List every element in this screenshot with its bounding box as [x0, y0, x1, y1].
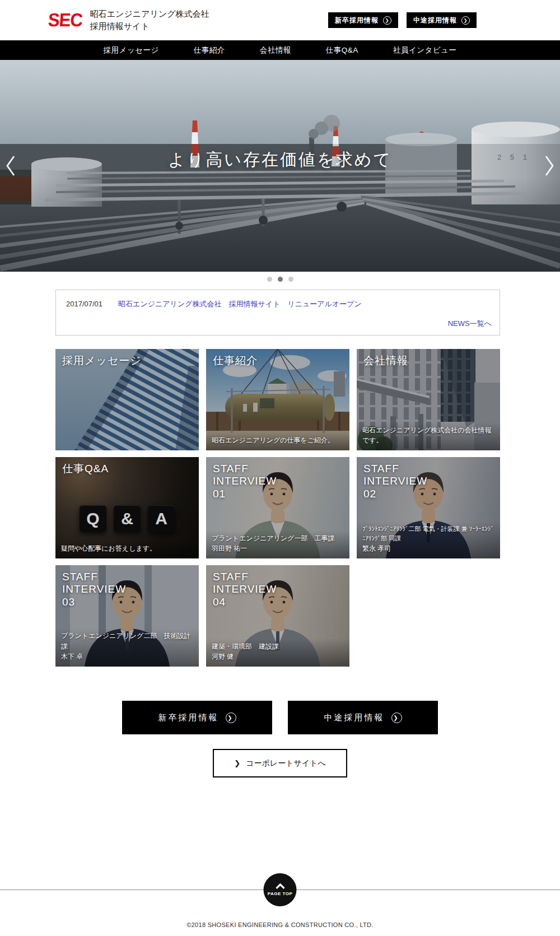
staff-name: 羽田野 祐一 — [212, 543, 344, 554]
pagetop-band: PAGE TOP — [0, 873, 560, 906]
staff-title-line2: INTERVIEW — [62, 583, 126, 595]
site-title: 昭石エンジニアリング株式会社 採用情報サイト — [90, 8, 209, 32]
header-cta-group: 新卒採用情報 ❯ 中途採用情報 ❯ — [328, 12, 477, 28]
card-staff-interview-02[interactable]: STAFF INTERVIEW 02 ﾌﾟﾗﾝﾄｴﾝｼﾞﾆｱﾘﾝｸﾞ二部 電気・… — [357, 457, 500, 558]
card-job-intro[interactable]: 仕事紹介 昭石エンジニアリングの仕事をご紹介。 — [206, 349, 349, 450]
card-caption: 昭石エンジニアリングの仕事をご紹介。 — [206, 432, 349, 450]
card-title: 仕事Q&A — [62, 463, 109, 475]
staff-title-line2: INTERVIEW — [213, 583, 277, 595]
carousel-prev-arrow-icon[interactable] — [3, 152, 18, 179]
staff-title-line1: STAFF — [213, 463, 277, 475]
nav-item-job-qa[interactable]: 仕事Q&A — [326, 45, 358, 55]
carousel-dot-2-active[interactable] — [278, 277, 283, 282]
news-row: 2017/07/01 昭石エンジニアリング株式会社 採用情報サイト リニューアル… — [66, 299, 489, 309]
corporate-site-label: コーポレートサイトへ — [246, 758, 326, 769]
news-box: 2017/07/01 昭石エンジニアリング株式会社 採用情報サイト リニューアル… — [55, 290, 500, 336]
card-staff-interview-04[interactable]: STAFF INTERVIEW 04 建築・環境部 建設課 河野 健 — [206, 565, 349, 667]
site-header: SEC 昭石エンジニアリング株式会社 採用情報サイト 新卒採用情報 ❯ 中途採用… — [0, 0, 560, 40]
page-top-label: PAGE TOP — [268, 891, 293, 896]
carousel-dots — [0, 277, 560, 282]
card-caption-text: 昭石エンジニアリング株式会社の会社情報です。 — [362, 425, 494, 446]
chevron-up-icon — [275, 883, 285, 889]
circle-arrow-icon: ❯ — [391, 713, 402, 723]
card-title: STAFF INTERVIEW 02 — [363, 463, 427, 500]
card-title: 仕事紹介 — [213, 355, 258, 367]
card-title: STAFF INTERVIEW 03 — [62, 571, 126, 608]
news-date: 2017/07/01 — [66, 300, 102, 308]
content-card-grid: 採用メッセージ — [55, 349, 500, 667]
nav-item-staff-interview[interactable]: 社員インタビュー — [393, 45, 457, 55]
card-title: STAFF INTERVIEW 04 — [213, 571, 277, 608]
staff-name: 繁永 孝司 — [362, 543, 494, 554]
mid-career-recruit-big-button[interactable]: 中途採用情報 ❯ — [288, 701, 438, 734]
staff-department: プラントエンジニアリング二部 技術設計課 — [61, 631, 193, 651]
bottom-cta-row: 新卒採用情報 ❯ 中途採用情報 ❯ — [0, 701, 560, 734]
mid-career-recruit-button[interactable]: 中途採用情報 ❯ — [407, 12, 477, 28]
hero-slogan: より高い存在価値を求めて — [0, 148, 560, 171]
main-nav: 採用メッセージ 仕事紹介 会社情報 仕事Q&A 社員インタビュー — [0, 40, 560, 60]
card-staff-interview-03[interactable]: STAFF INTERVIEW 03 プラントエンジニアリング二部 技術設計課 … — [55, 565, 199, 667]
staff-name: 木下 卓 — [61, 651, 193, 662]
mid-career-recruit-label: 中途採用情報 — [324, 713, 385, 723]
corporate-site-button[interactable]: ❯ コーポレートサイトへ — [213, 749, 347, 777]
staff-title-line2: INTERVIEW — [213, 475, 277, 487]
card-caption-text: 疑問や心配事にお答えします。 — [61, 543, 193, 554]
card-caption: 疑問や心配事にお答えします。 — [55, 541, 199, 558]
nav-item-job-intro[interactable]: 仕事紹介 — [194, 45, 225, 55]
card-caption: 建築・環境部 建設課 河野 健 — [206, 639, 349, 667]
carousel-dot-1[interactable] — [267, 277, 272, 282]
new-grad-recruit-label: 新卒採用情報 — [158, 713, 219, 723]
card-caption: プラントエンジニアリング一部 工事課 羽田野 祐一 — [206, 530, 349, 558]
page-top-button[interactable]: PAGE TOP — [264, 873, 297, 906]
staff-title-line2: INTERVIEW — [363, 475, 427, 487]
corporate-link-row: ❯ コーポレートサイトへ — [0, 749, 560, 777]
card-title: 会社情報 — [363, 355, 408, 367]
staff-title-line3: 03 — [62, 596, 126, 608]
nav-item-recruit-message[interactable]: 採用メッセージ — [104, 45, 159, 55]
nav-item-company-info[interactable]: 会社情報 — [260, 45, 291, 55]
staff-title-line3: 01 — [213, 488, 277, 500]
new-grad-recruit-label: 新卒採用情報 — [335, 16, 379, 25]
card-recruit-message[interactable]: 採用メッセージ — [55, 349, 199, 450]
card-caption: ﾌﾟﾗﾝﾄｴﾝｼﾞﾆｱﾘﾝｸﾞ二部 電気・計装課 兼 ｿｰﾗｰｴﾝｼﾞﾆｱﾘﾝｸ… — [357, 521, 500, 558]
site-title-line2: 採用情報サイト — [90, 20, 209, 32]
news-headline-link[interactable]: 昭石エンジニアリング株式会社 採用情報サイト リニューアルオープン — [118, 299, 362, 309]
staff-title-line1: STAFF — [213, 571, 277, 583]
card-job-qa[interactable]: Q & A 仕事Q&A 疑問や心配事にお答えします。 — [55, 457, 199, 558]
staff-title-line3: 02 — [363, 488, 427, 500]
carousel-next-arrow-icon[interactable] — [542, 152, 557, 179]
staff-department: プラントエンジニアリング一部 工事課 — [212, 533, 344, 544]
site-title-line1: 昭石エンジニアリング株式会社 — [90, 8, 209, 20]
card-caption: プラントエンジニアリング二部 技術設計課 木下 卓 — [55, 628, 199, 667]
news-list-link[interactable]: NEWS一覧へ — [448, 319, 492, 329]
card-caption-text: 昭石エンジニアリングの仕事をご紹介。 — [212, 435, 344, 446]
circle-arrow-icon: ❯ — [226, 713, 236, 723]
staff-department: ﾌﾟﾗﾝﾄｴﾝｼﾞﾆｱﾘﾝｸﾞ二部 電気・計装課 兼 ｿｰﾗｰｴﾝｼﾞﾆｱﾘﾝｸ… — [362, 524, 494, 543]
card-caption: 昭石エンジニアリング株式会社の会社情報です。 — [357, 422, 500, 450]
card-title: STAFF INTERVIEW 01 — [213, 463, 277, 500]
staff-name: 河野 健 — [212, 651, 344, 662]
staff-title-line1: STAFF — [363, 463, 427, 475]
new-grad-recruit-button[interactable]: 新卒採用情報 ❯ — [328, 12, 398, 28]
circle-arrow-icon: ❯ — [383, 16, 391, 25]
copyright-text: ©2018 SHOSEKI ENGINEERING & CONSTRUCTION… — [186, 921, 373, 928]
card-company-info[interactable]: 会社情報 昭石エンジニアリング株式会社の会社情報です。 — [357, 349, 500, 450]
mid-career-recruit-label: 中途採用情報 — [413, 16, 457, 25]
staff-title-line3: 04 — [213, 596, 277, 608]
staff-department: 建築・環境部 建設課 — [212, 641, 344, 652]
site-footer: ©2018 SHOSEKI ENGINEERING & CONSTRUCTION… — [0, 921, 560, 928]
chevron-right-icon: ❯ — [234, 759, 240, 767]
staff-title-line1: STAFF — [62, 571, 126, 583]
sec-logo[interactable]: SEC — [48, 10, 83, 31]
carousel-dot-3[interactable] — [288, 277, 293, 282]
card-staff-interview-01[interactable]: STAFF INTERVIEW 01 プラントエンジニアリング一部 工事課 羽田… — [206, 457, 349, 558]
circle-arrow-icon: ❯ — [461, 16, 470, 25]
new-grad-recruit-big-button[interactable]: 新卒採用情報 ❯ — [122, 701, 272, 734]
hero-carousel: 2 5 1 より高い存在価値を求めて — [0, 60, 560, 272]
card-title: 採用メッセージ — [62, 355, 142, 367]
